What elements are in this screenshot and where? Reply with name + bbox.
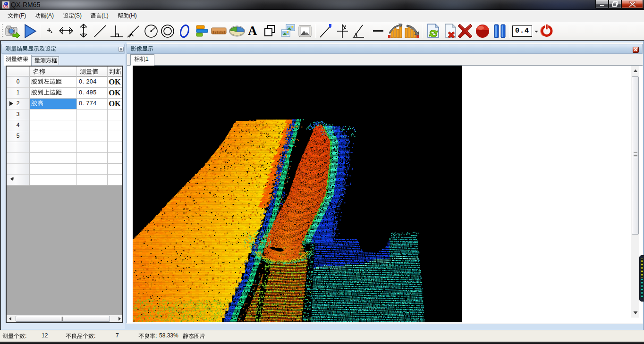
svg-text:QX: QX (3, 4, 8, 8)
